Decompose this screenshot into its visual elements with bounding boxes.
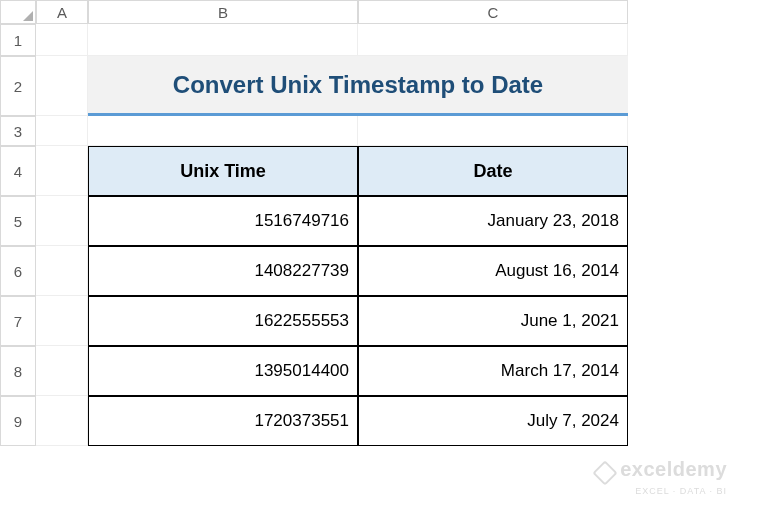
cell-a3[interactable] xyxy=(36,116,88,146)
cell-date-2[interactable]: June 1, 2021 xyxy=(358,296,628,346)
watermark-sub: EXCEL · DATA · BI xyxy=(635,486,727,496)
cell-b3[interactable] xyxy=(88,116,358,146)
row-header-1[interactable]: 1 xyxy=(0,24,36,56)
row-header-9[interactable]: 9 xyxy=(0,396,36,446)
col-header-b[interactable]: B xyxy=(88,0,358,24)
cell-a8[interactable] xyxy=(36,346,88,396)
cell-a2[interactable] xyxy=(36,56,88,116)
cell-c1[interactable] xyxy=(358,24,628,56)
cell-date-3[interactable]: March 17, 2014 xyxy=(358,346,628,396)
page-title[interactable]: Convert Unix Timestamp to Date xyxy=(88,56,628,116)
row-header-4[interactable]: 4 xyxy=(0,146,36,196)
cell-c3[interactable] xyxy=(358,116,628,146)
row-header-2[interactable]: 2 xyxy=(0,56,36,116)
table-header-unix[interactable]: Unix Time xyxy=(88,146,358,196)
cell-unix-4[interactable]: 1720373551 xyxy=(88,396,358,446)
cell-a7[interactable] xyxy=(36,296,88,346)
cell-b1[interactable] xyxy=(88,24,358,56)
row-header-7[interactable]: 7 xyxy=(0,296,36,346)
cell-a4[interactable] xyxy=(36,146,88,196)
col-header-c[interactable]: C xyxy=(358,0,628,24)
col-header-a[interactable]: A xyxy=(36,0,88,24)
cell-unix-2[interactable]: 1622555553 xyxy=(88,296,358,346)
cell-date-1[interactable]: August 16, 2014 xyxy=(358,246,628,296)
cell-unix-0[interactable]: 1516749716 xyxy=(88,196,358,246)
watermark-main: exceldemy xyxy=(620,458,727,480)
cell-a6[interactable] xyxy=(36,246,88,296)
select-all-corner[interactable] xyxy=(0,0,36,24)
spreadsheet-grid: A B C 1 2 3 4 5 6 7 8 9 Convert Unix Tim… xyxy=(0,0,767,446)
cell-a5[interactable] xyxy=(36,196,88,246)
row-header-8[interactable]: 8 xyxy=(0,346,36,396)
row-header-3[interactable]: 3 xyxy=(0,116,36,146)
cell-date-4[interactable]: July 7, 2024 xyxy=(358,396,628,446)
cell-a1[interactable] xyxy=(36,24,88,56)
cell-a9[interactable] xyxy=(36,396,88,446)
table-header-date[interactable]: Date xyxy=(358,146,628,196)
watermark: exceldemy EXCEL · DATA · BI xyxy=(596,458,727,497)
logo-icon xyxy=(593,460,618,485)
row-header-6[interactable]: 6 xyxy=(0,246,36,296)
cell-date-0[interactable]: January 23, 2018 xyxy=(358,196,628,246)
cell-unix-3[interactable]: 1395014400 xyxy=(88,346,358,396)
cell-unix-1[interactable]: 1408227739 xyxy=(88,246,358,296)
row-header-5[interactable]: 5 xyxy=(0,196,36,246)
